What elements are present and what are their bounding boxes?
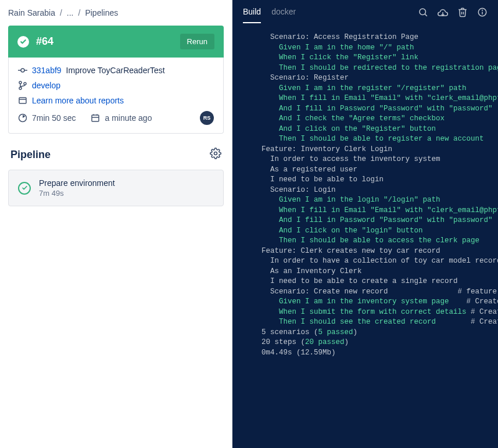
breadcrumb-owner[interactable]: Rain Sarabia bbox=[8, 8, 55, 17]
svg-point-3 bbox=[19, 81, 22, 84]
console-output[interactable]: Scenario: Access Registration Page Given… bbox=[232, 23, 498, 448]
branch-name[interactable]: develop bbox=[32, 81, 60, 90]
svg-point-4 bbox=[19, 87, 22, 89]
rerun-button[interactable]: Rerun bbox=[180, 34, 214, 49]
success-icon bbox=[17, 36, 29, 48]
pipeline-section: Pipeline Prepare environment 7m 49s bbox=[8, 148, 224, 206]
svg-rect-9 bbox=[92, 115, 99, 121]
commit-hash[interactable]: 331abf9 bbox=[32, 66, 62, 75]
commit-icon bbox=[18, 66, 27, 75]
breadcrumb-page[interactable]: Pipelines bbox=[85, 8, 118, 17]
build-number: #64 bbox=[36, 35, 53, 48]
step-success-icon bbox=[18, 182, 31, 195]
step-info: Prepare environment 7m 49s bbox=[39, 178, 115, 198]
trash-icon[interactable] bbox=[457, 7, 468, 17]
console-header: Build docker bbox=[232, 0, 498, 23]
svg-point-13 bbox=[214, 152, 217, 155]
duration-value: 7min 50 sec bbox=[32, 113, 76, 123]
svg-point-5 bbox=[24, 83, 26, 85]
pipeline-title: Pipeline bbox=[10, 149, 51, 161]
gear-icon[interactable] bbox=[210, 148, 221, 162]
branch-icon bbox=[18, 81, 27, 90]
build-header: #64 Rerun bbox=[8, 26, 224, 58]
report-icon bbox=[18, 96, 27, 105]
step-name: Prepare environment bbox=[39, 178, 115, 188]
svg-point-14 bbox=[420, 9, 426, 15]
step-duration: 7m 49s bbox=[39, 189, 115, 198]
svg-line-15 bbox=[425, 14, 427, 16]
breadcrumb: Rain Sarabia / ... / Pipelines bbox=[8, 8, 224, 17]
left-panel: Rain Sarabia / ... / Pipelines #64 Rerun… bbox=[0, 0, 232, 448]
reports-link[interactable]: Learn more about reports bbox=[32, 96, 124, 105]
commit-row: 331abf9 Improve ToyCarReaderTest bbox=[18, 66, 214, 75]
svg-point-19 bbox=[482, 10, 483, 10]
breadcrumb-sep: / bbox=[60, 8, 62, 17]
console-panel: Build docker Scenario: Access Registrati… bbox=[232, 0, 498, 448]
breadcrumb-mid[interactable]: ... bbox=[67, 8, 74, 17]
commit-message: Improve ToyCarReaderTest bbox=[66, 66, 165, 75]
build-card: 331abf9 Improve ToyCarReaderTest develop… bbox=[8, 58, 224, 134]
duration-icon bbox=[18, 113, 27, 123]
search-icon[interactable] bbox=[418, 7, 428, 17]
branch-row: develop bbox=[18, 81, 214, 90]
svg-rect-6 bbox=[19, 98, 26, 103]
reports-row: Learn more about reports bbox=[18, 96, 214, 105]
build-header-left: #64 bbox=[17, 35, 53, 48]
breadcrumb-sep: / bbox=[78, 8, 81, 17]
info-icon[interactable] bbox=[477, 7, 488, 17]
step-card[interactable]: Prepare environment 7m 49s bbox=[8, 170, 224, 206]
finished-value: a minute ago bbox=[105, 113, 152, 123]
download-icon[interactable] bbox=[438, 7, 448, 17]
pipeline-header: Pipeline bbox=[8, 148, 224, 170]
meta-row: 7min 50 sec a minute ago RS bbox=[18, 111, 214, 125]
calendar-icon bbox=[91, 113, 100, 123]
tab-build[interactable]: Build bbox=[243, 7, 261, 23]
avatar[interactable]: RS bbox=[200, 111, 214, 125]
svg-point-0 bbox=[21, 69, 24, 72]
tab-docker[interactable]: docker bbox=[271, 7, 296, 23]
console-actions bbox=[418, 7, 488, 23]
